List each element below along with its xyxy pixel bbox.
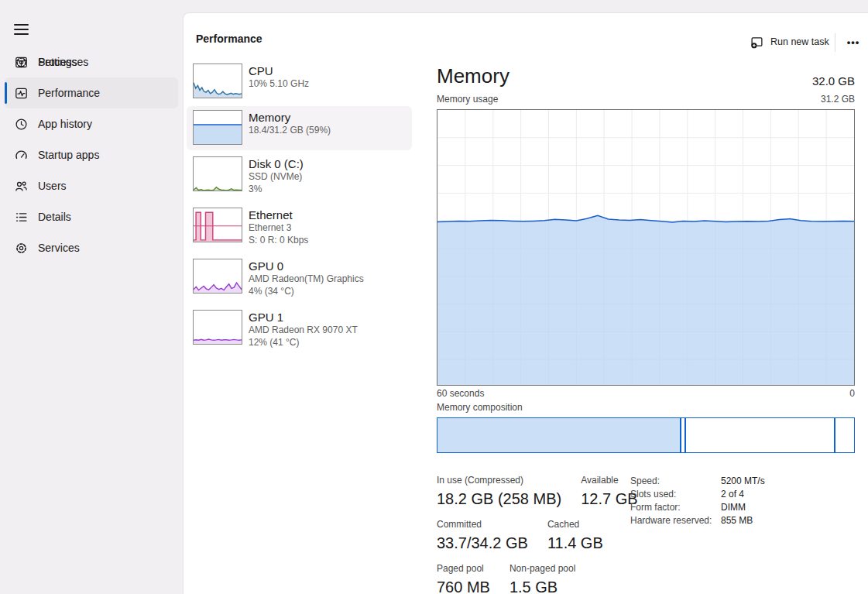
perf-item-title: GPU 0 — [249, 259, 364, 273]
perf-item-memory[interactable]: Memory 18.4/31.2 GB (59%) — [187, 106, 412, 150]
perf-item-title: GPU 1 — [249, 310, 358, 324]
stat-speed-label: Speed: — [630, 476, 721, 486]
page-title: Performance — [196, 33, 262, 45]
gpu0-mini-chart — [193, 259, 242, 294]
stat-committed: Committed 33.7/34.2 GB — [437, 519, 528, 553]
memory-composition-bar[interactable] — [437, 417, 855, 453]
perf-item-title: Ethernet — [249, 208, 308, 222]
perf-item-sub2: S: 0 R: 0 Kbps — [249, 235, 308, 247]
perf-item-sub: AMD Radeon(TM) Graphics — [249, 273, 364, 286]
detail-title: Memory — [437, 64, 509, 88]
memory-composition-label: Memory composition — [437, 402, 523, 413]
composition-segment-standby[interactable] — [686, 418, 834, 452]
time-axis-label: 60 seconds — [437, 388, 484, 399]
perf-item-gpu0[interactable]: GPU 0 AMD Radeon(TM) Graphics 4% (34 °C) — [187, 255, 412, 304]
main-panel: Performance Run new task ••• CPU 10% 5.1… — [183, 12, 868, 594]
hamburger-icon[interactable] — [6, 15, 36, 43]
gpu1-mini-chart — [193, 310, 242, 345]
stat-form-factor-label: Form factor: — [630, 502, 721, 513]
memory-stats-left: In use (Compressed) 18.2 GB (258 MB) Ava… — [437, 475, 638, 594]
stat-row: Paged pool 760 MB Non-paged pool 1.5 GB — [437, 563, 638, 594]
memory-usage-label: Memory usage — [437, 94, 498, 105]
stat-row: Committed 33.7/34.2 GB Cached 11.4 GB — [437, 519, 638, 553]
stat-cached: Cached 11.4 GB — [547, 519, 603, 553]
time-axis-zero: 0 — [849, 388, 855, 399]
memory-total: 32.0 GB — [812, 74, 855, 88]
perf-item-sub2: 12% (41 °C) — [249, 337, 358, 349]
perf-item-cpu[interactable]: CPU 10% 5.10 GHz — [187, 60, 412, 104]
sidebar-item-label: Settings — [38, 56, 77, 68]
hamburger-bars — [14, 21, 29, 38]
sidebar-item-settings[interactable]: Settings — [5, 46, 178, 77]
stat-speed-value: 5200 MT/s — [721, 476, 765, 486]
disk-mini-chart — [193, 156, 242, 191]
stat-in-use: In use (Compressed) 18.2 GB (258 MB) — [437, 475, 561, 509]
perf-item-text: GPU 1 AMD Radeon RX 9070 XT 12% (41 °C) — [249, 310, 358, 349]
perf-item-text: CPU 10% 5.10 GHz — [249, 64, 309, 91]
perf-item-title: CPU — [249, 64, 309, 78]
perf-item-title: Disk 0 (C:) — [249, 156, 304, 171]
sidebar: Processes Performance App history Startu… — [0, 0, 183, 594]
perf-item-text: Disk 0 (C:) SSD (NVMe) 3% — [249, 156, 304, 195]
memory-mini-chart — [193, 110, 242, 145]
perf-item-text: Memory 18.4/31.2 GB (59%) — [249, 110, 331, 137]
perf-item-sub2: 4% (34 °C) — [249, 286, 364, 298]
header-divider — [835, 33, 835, 52]
memory-usage-chart[interactable] — [437, 109, 855, 386]
perf-item-sub: AMD Radeon RX 9070 XT — [249, 324, 358, 337]
stat-slots-value: 2 of 4 — [721, 489, 765, 500]
perf-item-ethernet[interactable]: Ethernet Ethernet 3 S: 0 R: 0 Kbps — [187, 204, 412, 252]
more-options-icon[interactable]: ••• — [840, 30, 866, 53]
stat-form-factor-value: DIMM — [721, 502, 765, 513]
perf-item-text: GPU 0 AMD Radeon(TM) Graphics 4% (34 °C) — [249, 259, 364, 297]
run-new-task-icon — [750, 36, 763, 49]
composition-segment-free[interactable] — [834, 418, 854, 452]
perf-item-text: Ethernet Ethernet 3 S: 0 R: 0 Kbps — [249, 208, 308, 246]
memory-stats-right: Speed: 5200 MT/s Slots used: 2 of 4 Form… — [630, 476, 765, 526]
composition-segment-in-use[interactable] — [437, 418, 680, 452]
perf-item-title: Memory — [249, 110, 331, 125]
perf-item-sub: Ethernet 3 — [249, 222, 308, 235]
run-new-task-label: Run new task — [770, 36, 829, 47]
ethernet-mini-chart — [193, 208, 242, 242]
perf-item-sub2: 3% — [249, 184, 304, 196]
stat-hw-reserved-label: Hardware reserved: — [630, 515, 721, 526]
run-new-task-button[interactable]: Run new task — [743, 29, 837, 55]
stat-paged-pool: Paged pool 760 MB — [437, 563, 490, 594]
perf-item-sub: 10% 5.10 GHz — [249, 78, 309, 91]
stat-nonpaged-pool: Non-paged pool 1.5 GB — [509, 563, 575, 594]
perf-item-sub: SSD (NVMe) — [249, 171, 304, 184]
sidebar-settings-container: Settings — [5, 46, 178, 585]
gear-icon — [15, 56, 28, 69]
perf-item-gpu1[interactable]: GPU 1 AMD Radeon RX 9070 XT 12% (41 °C) — [187, 306, 412, 355]
stat-row: In use (Compressed) 18.2 GB (258 MB) Ava… — [437, 475, 638, 509]
stat-hw-reserved-value: 855 MB — [721, 515, 765, 526]
composition-segment-modified[interactable] — [680, 418, 686, 452]
memory-usage-max: 31.2 GB — [821, 94, 855, 105]
perf-item-disk0[interactable]: Disk 0 (C:) SSD (NVMe) 3% — [187, 153, 412, 201]
stat-slots-label: Slots used: — [630, 489, 721, 500]
cpu-mini-chart — [193, 64, 242, 98]
stat-available: Available 12.7 GB — [581, 475, 637, 509]
perf-item-sub: 18.4/31.2 GB (59%) — [249, 125, 331, 137]
